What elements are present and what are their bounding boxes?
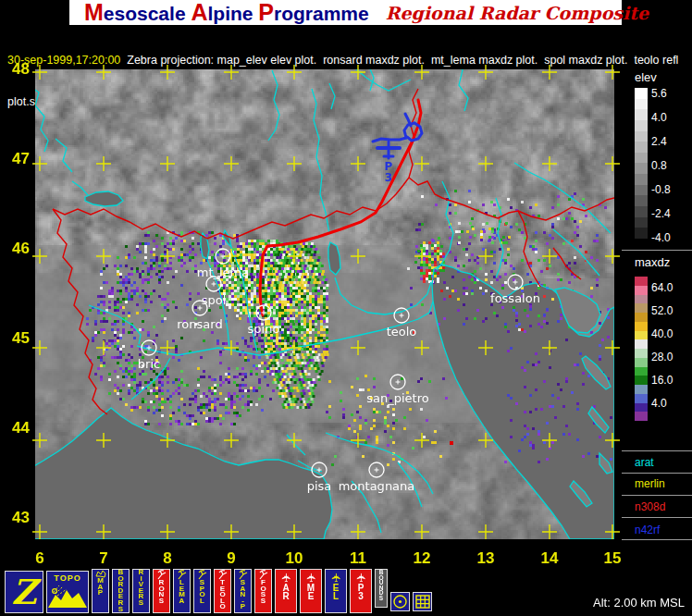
colorbar-segment bbox=[635, 358, 648, 367]
toolbar-button-topo[interactable]: TOPO bbox=[46, 571, 89, 613]
toolbar-button-bounds[interactable]: BOUNDS bbox=[375, 569, 388, 608]
colorbar-segment bbox=[635, 88, 648, 99]
lat-label-46: 46 bbox=[4, 240, 30, 258]
toolbar-button-zebra[interactable]: Z bbox=[5, 571, 43, 613]
toolbar-button-lema[interactable]: LEMA bbox=[173, 569, 191, 613]
colorbar-segment bbox=[635, 174, 648, 185]
colorbar-tick: 0.8 bbox=[651, 159, 667, 172]
title-segment: A bbox=[191, 0, 207, 25]
legend-sidebar: elev5.64.02.40.8-0.8-2.4-4.0maxdz64.052.… bbox=[618, 55, 692, 566]
colorbar-segment bbox=[635, 385, 648, 394]
button-label: SAN-P bbox=[241, 580, 246, 610]
lon-label-13: 13 bbox=[472, 549, 500, 568]
toolbar-button-san-p[interactable]: SAN-P bbox=[234, 569, 252, 613]
toolbar-button-me[interactable]: ✈ME bbox=[300, 569, 322, 613]
lon-label-8: 8 bbox=[154, 549, 181, 568]
title-segment: M bbox=[84, 0, 104, 25]
legend-divider bbox=[622, 473, 692, 474]
zebra-window: Mesoscale Alpine Programme Regional Rada… bbox=[0, 0, 692, 616]
title-segment: esoscale bbox=[104, 3, 192, 24]
colorbar-tick: 4.0 bbox=[651, 397, 667, 410]
button-label: P3 bbox=[358, 584, 365, 600]
button-label: EL bbox=[333, 584, 340, 600]
lat-label-44: 44 bbox=[4, 419, 30, 437]
toolbar-button-spol[interactable]: SPOL bbox=[193, 569, 211, 613]
altitude-readout: Alt: 2.00 km MSL bbox=[593, 596, 685, 610]
lat-label-48: 48 bbox=[4, 60, 30, 79]
colorbar-segment bbox=[635, 376, 648, 385]
colorbar-tick: -4.0 bbox=[651, 231, 671, 244]
map-viewport[interactable] bbox=[35, 69, 614, 539]
colorbar-segment bbox=[635, 394, 648, 403]
colorbar-tick: 2.4 bbox=[651, 135, 667, 148]
lon-label-10: 10 bbox=[280, 549, 308, 568]
toolbar-button-rons[interactable]: RONS bbox=[153, 569, 170, 613]
aircraft-label-arat: arat bbox=[635, 456, 654, 469]
colorbar-segment bbox=[635, 322, 648, 331]
legend-divider bbox=[622, 495, 692, 496]
colorbar-tick: 40.0 bbox=[651, 327, 673, 340]
toolbar-button-center[interactable] bbox=[390, 592, 410, 611]
button-label: RONS bbox=[158, 580, 164, 604]
app-subtitle: Regional Radar Composite bbox=[386, 3, 649, 23]
colorbar-segment bbox=[635, 286, 648, 295]
lat-label-43: 43 bbox=[4, 509, 30, 527]
lat-label-47: 47 bbox=[4, 150, 30, 168]
toolbar-button-teolo[interactable]: TEOLO bbox=[214, 569, 231, 613]
colorbar-segment bbox=[635, 120, 648, 131]
colorbar-segment bbox=[635, 109, 648, 120]
title-bar: Mesoscale Alpine Programme Regional Rada… bbox=[69, 0, 622, 25]
toolbar-button-borders[interactable]: BORDERS bbox=[112, 569, 130, 613]
toolbar-button-map[interactable]: MAP bbox=[92, 569, 109, 613]
maxdz-colorbar bbox=[635, 277, 648, 421]
lon-label-14: 14 bbox=[536, 549, 563, 568]
colorbar-segment bbox=[635, 403, 648, 413]
aircraft-label-n42rf: n42rf bbox=[635, 524, 660, 536]
plane-icon: ✈ bbox=[280, 573, 292, 583]
colorbar-tick: 28.0 bbox=[651, 351, 673, 363]
legend-divider bbox=[622, 539, 692, 540]
colorbar-tick: 4.0 bbox=[651, 111, 667, 124]
toolbar-button-foss[interactable]: FOSS bbox=[254, 569, 272, 613]
colorbar-segment bbox=[635, 195, 648, 206]
colorbar-segment bbox=[635, 185, 648, 196]
button-label: SPOL bbox=[199, 580, 204, 604]
aircraft-label-n308d: n308d bbox=[635, 500, 665, 513]
colorbar-segment bbox=[635, 339, 648, 349]
colorbar-segment bbox=[635, 313, 648, 322]
toolbar-button-rivers[interactable]: RIVERS bbox=[132, 569, 150, 613]
colorbar-segment bbox=[635, 331, 648, 340]
colorbar-tick: -0.8 bbox=[651, 183, 671, 196]
app-title: Mesoscale Alpine Programme bbox=[84, 0, 369, 26]
colorbar-segment bbox=[635, 349, 648, 358]
button-label: LEMA bbox=[179, 580, 185, 604]
colorbar-tick: 52.0 bbox=[651, 304, 673, 317]
toolbar-button-grid[interactable] bbox=[413, 592, 432, 611]
lat-label-45: 45 bbox=[4, 329, 30, 348]
title-segment: rogramme bbox=[274, 3, 369, 24]
colorbar-tick: 16.0 bbox=[651, 374, 673, 387]
lon-label-11: 11 bbox=[344, 549, 372, 568]
button-label: ME bbox=[307, 584, 315, 600]
lon-label-6: 6 bbox=[26, 549, 54, 568]
aircraft-label-merlin: merlin bbox=[635, 477, 665, 490]
lon-label-7: 7 bbox=[90, 549, 117, 568]
zebra-logo: Z bbox=[11, 574, 36, 610]
colorbar-segment bbox=[635, 228, 648, 239]
toolbar-button-p3[interactable]: ✈P3 bbox=[350, 569, 372, 613]
topo-label: TOPO bbox=[54, 573, 80, 583]
colorbar-segment bbox=[635, 163, 648, 174]
plane-icon: ✈ bbox=[305, 573, 317, 583]
status-line-1: 30-sep-1999,17:20:00 Zebra projection: m… bbox=[7, 54, 692, 68]
button-label: BOUNDS bbox=[378, 570, 383, 601]
colorbar-tick: 5.6 bbox=[651, 87, 667, 100]
legend-divider bbox=[622, 517, 692, 518]
colorbar-segment bbox=[635, 303, 648, 313]
colorbar-segment bbox=[635, 206, 648, 217]
plane-icon: ✈ bbox=[355, 573, 367, 583]
colorbar-segment bbox=[635, 412, 648, 421]
map-canvas bbox=[35, 69, 614, 539]
lon-label-15: 15 bbox=[599, 549, 626, 568]
toolbar-button-ar[interactable]: ✈AR bbox=[275, 569, 297, 613]
toolbar-button-el[interactable]: ✈EL bbox=[325, 569, 347, 613]
